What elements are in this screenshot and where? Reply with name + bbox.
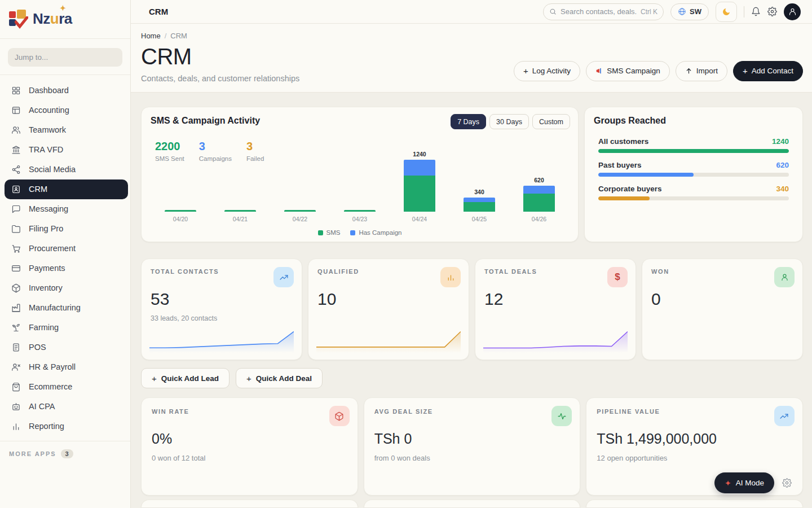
search-shortcut-hint: Ctrl K xyxy=(641,8,657,16)
quick-add-deal-button[interactable]: +Quick Add Deal xyxy=(236,368,323,388)
bar-column: 04/21 xyxy=(210,210,270,222)
sidebar-item-ai-cpa[interactable]: AI CPA xyxy=(0,397,130,417)
group-rows: All customers1240Past buyers620Corporate… xyxy=(594,137,793,200)
sidebar-item-payments[interactable]: Payments xyxy=(0,259,130,278)
win-rate-card: WIN RATE 0% 0 won of 12 total xyxy=(141,397,358,496)
sidebar-nav: DashboardAccountingTeamworkTRA VFDSocial… xyxy=(0,75,130,436)
qualified-sparkline xyxy=(316,330,461,353)
groups-card-title: Groups Reached xyxy=(594,116,793,126)
sidebar-item-label: Messaging xyxy=(29,204,68,213)
legend-has-campaign: Has Campaign xyxy=(350,229,401,236)
globe-icon xyxy=(678,7,686,16)
sidebar-item-crm[interactable]: CRM xyxy=(5,179,128,199)
global-search-input[interactable] xyxy=(561,7,637,16)
share-icon xyxy=(11,164,21,174)
qualified-card: QUALIFIED 10 xyxy=(308,259,469,360)
package-icon xyxy=(329,406,350,426)
log-activity-button[interactable]: +Log Activity xyxy=(514,61,580,81)
sidebar-item-manufacturing[interactable]: Manufacturing xyxy=(0,298,130,318)
page-header: Home / CRM CRM Contacts, deals, and cust… xyxy=(131,24,812,93)
brand-logo[interactable]: Nzura✦ xyxy=(0,0,130,39)
user-icon xyxy=(788,7,797,16)
import-button[interactable]: Import xyxy=(676,61,727,81)
sidebar-item-hr-payroll[interactable]: HR & Payroll xyxy=(0,357,130,377)
sparkle-icon: ✦ xyxy=(60,4,65,12)
topbar-divider xyxy=(744,6,744,17)
tab-custom[interactable]: Custom xyxy=(532,114,570,129)
sidebar-item-label: Reporting xyxy=(29,422,64,431)
sidebar-item-label: AI CPA xyxy=(29,402,55,411)
bot-icon xyxy=(11,401,21,411)
tab-7-days[interactable]: 7 Days xyxy=(451,114,486,129)
jump-to-input[interactable] xyxy=(8,48,122,67)
sidebar-item-ecommerce[interactable]: Ecommerce xyxy=(0,377,130,397)
group-row: Corporate buyers340 xyxy=(598,185,789,200)
sidebar-item-social-media[interactable]: Social Media xyxy=(0,160,130,179)
contact-card-icon xyxy=(11,184,21,194)
sidebar-item-farming[interactable]: Farming xyxy=(0,318,130,338)
more-apps[interactable]: More Apps 3 xyxy=(0,441,130,458)
user-icon xyxy=(774,267,795,287)
group-row: All customers1240 xyxy=(598,137,789,153)
sprout-icon xyxy=(11,322,21,332)
folder-icon xyxy=(11,224,21,234)
stat-cards-row: TOTAL CONTACTS 53 33 leads, 20 contacts … xyxy=(141,259,803,360)
sidebar: Nzura✦ DashboardAccountingTeamworkTRA VF… xyxy=(0,0,131,508)
page-subtitle: Contacts, deals, and customer relationsh… xyxy=(141,74,514,83)
sidebar-item-messaging[interactable]: Messaging xyxy=(0,199,130,219)
ai-settings-button[interactable] xyxy=(782,478,792,488)
bar-column: 04/23 xyxy=(330,210,390,222)
bar-column: 04/20 xyxy=(151,210,210,222)
topbar: CRM Ctrl K SW xyxy=(131,0,812,24)
sidebar-item-tra-vfd[interactable]: TRA VFD xyxy=(0,140,130,160)
bar-chart-icon xyxy=(11,421,21,431)
receipt-icon xyxy=(11,342,21,352)
ai-mode-button[interactable]: ✦ AI Mode xyxy=(714,472,774,493)
users-icon xyxy=(11,125,21,135)
bar-column: 62004/26 xyxy=(509,177,569,222)
gear-icon xyxy=(782,478,792,488)
activity-icon xyxy=(551,406,572,426)
kpi-cards-row: WIN RATE 0% 0 won of 12 total AVG DEAL S… xyxy=(141,397,803,496)
content-area: SMS & Campaign Activity 7 Days 30 Days C… xyxy=(131,93,812,508)
peek-card xyxy=(141,500,358,507)
sidebar-item-filing-pro[interactable]: Filing Pro xyxy=(0,219,130,239)
notifications-button[interactable] xyxy=(751,7,761,16)
user-avatar[interactable] xyxy=(784,3,801,20)
breadcrumb-home[interactable]: Home xyxy=(141,32,161,40)
shopping-bag-icon xyxy=(11,382,21,392)
sidebar-item-accounting[interactable]: Accounting xyxy=(0,100,130,120)
sidebar-item-label: Filing Pro xyxy=(29,224,63,233)
settings-button[interactable] xyxy=(767,7,777,16)
chat-icon xyxy=(11,204,21,214)
topbar-title: CRM xyxy=(149,7,168,16)
total-deals-card: TOTAL DEALS $ 12 xyxy=(475,259,636,360)
sidebar-item-procurement[interactable]: Procurement xyxy=(0,239,130,259)
groups-reached-card: Groups Reached All customers1240Past buy… xyxy=(584,107,803,242)
avg-deal-size-card: AVG DEAL SIZE TSh 0 from 0 won deals xyxy=(364,397,581,496)
sidebar-item-dashboard[interactable]: Dashboard xyxy=(0,81,130,100)
language-switcher[interactable]: SW xyxy=(670,3,709,20)
sms-campaign-button[interactable]: SMS Campaign xyxy=(586,61,670,81)
tab-30-days[interactable]: 30 Days xyxy=(489,114,529,129)
theme-toggle-button[interactable] xyxy=(716,2,737,22)
sidebar-item-pos[interactable]: POS xyxy=(0,338,130,357)
plus-icon: + xyxy=(523,66,528,76)
sidebar-item-label: HR & Payroll xyxy=(29,362,76,371)
group-row: Past buyers620 xyxy=(598,161,789,177)
quick-add-lead-button[interactable]: +Quick Add Lead xyxy=(141,368,230,388)
gear-icon xyxy=(767,7,777,16)
next-row-peek xyxy=(141,500,803,507)
brand-logo-icon xyxy=(9,10,28,29)
sidebar-item-teamwork[interactable]: Teamwork xyxy=(0,120,130,140)
ai-mode-fab: ✦ AI Mode xyxy=(714,472,792,493)
sidebar-item-inventory[interactable]: Inventory xyxy=(0,278,130,298)
add-contact-button[interactable]: +Add Contact xyxy=(733,61,803,81)
breadcrumb: Home / CRM xyxy=(141,32,514,40)
sms-activity-card: SMS & Campaign Activity 7 Days 30 Days C… xyxy=(141,107,579,242)
sidebar-item-reporting[interactable]: Reporting xyxy=(0,417,130,436)
global-search[interactable]: Ctrl K xyxy=(543,3,664,20)
sidebar-item-label: TRA VFD xyxy=(29,145,63,154)
more-apps-count-badge: 3 xyxy=(61,449,73,458)
landmark-icon xyxy=(11,144,21,155)
